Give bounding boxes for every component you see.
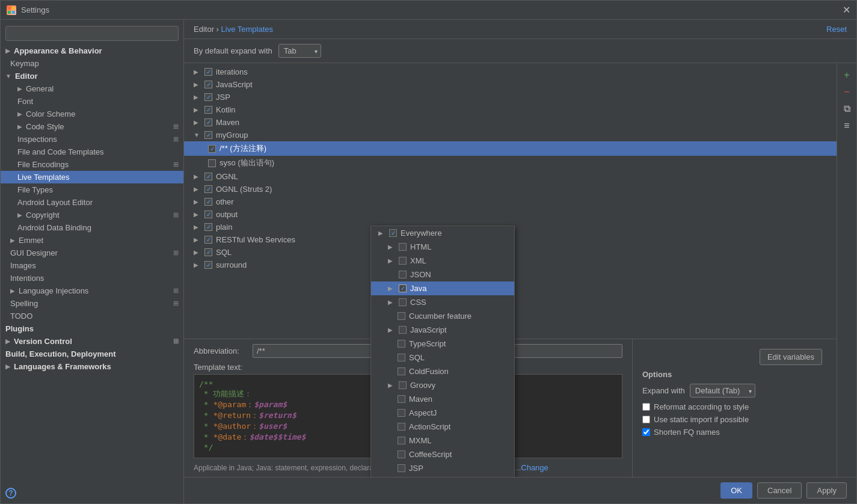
sidebar-item-todo[interactable]: TODO [1,310,183,322]
checkbox-aspectj[interactable] [398,409,405,417]
template-group-mygroup[interactable]: ▼ myGroup [184,129,837,141]
checkbox-json[interactable] [399,271,407,278]
checkbox-iterations[interactable] [204,68,212,76]
sidebar-item-keymap[interactable]: Keymap [1,57,183,70]
sidebar-item-gui-designer[interactable]: GUI Designer ⊞ [1,247,183,259]
template-item-method-comment[interactable]: /** (方法注释) [184,141,837,156]
remove-button[interactable]: − [840,85,854,99]
checkbox-surround[interactable] [204,261,212,269]
checkbox-syso[interactable] [208,159,216,167]
checkbox-other[interactable] [204,198,212,206]
checkbox-actionscript[interactable] [398,423,405,431]
sidebar-item-appearance[interactable]: ▶ Appearance & Behavior [1,45,183,57]
dropdown-item-jsp-dd[interactable]: JSP [371,461,514,475]
checkbox-maven-dd[interactable] [398,395,405,403]
sidebar-item-plugins[interactable]: Plugins [1,322,183,335]
checkbox-everywhere[interactable] [389,229,397,237]
sidebar-item-android-layout-editor[interactable]: Android Layout Editor [1,196,183,209]
dropdown-item-java[interactable]: ▶ Java [371,281,514,295]
dropdown-item-everywhere[interactable]: ▶ Everywhere [371,226,514,240]
checkbox-maven[interactable] [204,118,212,126]
dropdown-item-maven-dd[interactable]: Maven [371,392,514,406]
checkbox-javascript-dd[interactable] [399,326,407,334]
move-button[interactable]: ≡ [840,118,854,133]
dropdown-item-sql-dd[interactable]: SQL [371,351,514,364]
checkbox-ognl[interactable] [204,173,212,180]
sidebar-item-images[interactable]: Images [1,259,183,272]
sidebar-item-version-control[interactable]: ▶ Version Control ⊞ [1,335,183,348]
sidebar-item-font[interactable]: Font [1,95,183,108]
checkbox-java[interactable] [399,284,407,292]
sidebar-item-android-data-binding[interactable]: Android Data Binding [1,221,183,234]
edit-variables-button[interactable]: Edit variables [760,349,822,365]
sidebar-item-file-code-templates[interactable]: File and Code Templates [1,146,183,158]
checkbox-sql[interactable] [204,248,212,256]
dropdown-item-coldfusion[interactable]: ColdFusion [371,364,514,378]
help-button[interactable]: ? [5,488,16,499]
template-group-ognl-struts2[interactable]: ▶ OGNL (Struts 2) [184,183,837,195]
checkbox-plain[interactable] [204,223,212,231]
checkbox-groovy[interactable] [399,381,407,389]
checkbox-restful[interactable] [204,236,212,244]
options-expand-select[interactable]: Default (Tab) Tab Enter Space [690,384,755,398]
dropdown-item-cucumber[interactable]: Cucumber feature [371,309,514,323]
checkbox-jsp[interactable] [204,93,212,101]
dropdown-item-css[interactable]: ▶ CSS [371,295,514,309]
sidebar-item-code-style[interactable]: ▶ Code Style ⊞ [1,120,183,133]
sidebar-item-file-encodings[interactable]: File Encodings ⊞ [1,158,183,171]
change-link[interactable]: Change [521,463,548,472]
dropdown-item-mxml[interactable]: MXML [371,434,514,447]
sidebar-item-spelling[interactable]: Spelling ⊞ [1,297,183,310]
checkbox-jsp-dd[interactable] [398,464,405,472]
dropdown-item-ognl-dd[interactable]: OGNL [371,475,514,477]
checkbox-ognl-struts2[interactable] [204,185,212,193]
checkbox-kotlin[interactable] [204,106,212,114]
sidebar-item-color-scheme[interactable]: ▶ Color Scheme [1,108,183,120]
template-group-ognl[interactable]: ▶ OGNL [184,170,837,183]
checkbox-sql-dd[interactable] [398,354,405,361]
dropdown-item-aspectj[interactable]: AspectJ [371,406,514,420]
sidebar-item-inspections[interactable]: Inspections ⊞ [1,133,183,146]
reset-button[interactable]: Reset [826,25,847,34]
sidebar-item-editor[interactable]: ▼ Editor [1,70,183,82]
checkbox-coffeescript[interactable] [398,450,405,458]
template-group-kotlin[interactable]: ▶ Kotlin [184,103,837,116]
template-group-maven[interactable]: ▶ Maven [184,116,837,129]
checkbox-coldfusion[interactable] [398,367,405,375]
dropdown-item-json[interactable]: JSON [371,268,514,281]
dropdown-item-html[interactable]: ▶ HTML [371,240,514,254]
checkbox-cucumber[interactable] [398,312,405,320]
dropdown-item-xml[interactable]: ▶ XML [371,254,514,268]
template-group-output[interactable]: ▶ output [184,208,837,221]
sidebar-item-live-templates[interactable]: Live Templates [1,171,183,183]
expand-select[interactable]: Tab Enter Space [278,44,321,58]
apply-button[interactable]: Apply [806,482,847,499]
cancel-button[interactable]: Cancel [757,482,802,499]
template-group-iterations[interactable]: ▶ iterations [184,66,837,78]
checkbox-shorten-fq[interactable] [642,428,650,436]
checkbox-method-comment[interactable] [208,145,216,153]
sidebar-item-copyright[interactable]: ▶ Copyright ⊞ [1,209,183,221]
sidebar-item-file-types[interactable]: File Types [1,183,183,196]
template-group-javascript[interactable]: ▶ JavaScript [184,78,837,91]
template-item-syso[interactable]: syso (输出语句) [184,156,837,170]
sidebar-item-general[interactable]: ▶ General [1,82,183,95]
sidebar-item-intentions[interactable]: Intentions [1,272,183,284]
sidebar-item-languages-frameworks[interactable]: ▶ Languages & Frameworks [1,360,183,373]
add-button[interactable]: + [840,68,854,82]
template-group-other[interactable]: ▶ other [184,195,837,208]
close-button[interactable]: ✕ [843,4,850,16]
checkbox-reformat[interactable] [642,403,650,411]
dropdown-item-groovy[interactable]: ▶ Groovy [371,378,514,392]
checkbox-xml[interactable] [399,257,407,265]
dropdown-item-actionscript[interactable]: ActionScript [371,420,514,434]
sidebar-item-emmet[interactable]: ▶ Emmet [1,234,183,247]
checkbox-css[interactable] [399,298,407,306]
sidebar-item-language-injections[interactable]: ▶ Language Injections ⊞ [1,284,183,297]
search-input[interactable] [5,26,179,41]
checkbox-static-import[interactable] [642,416,650,423]
checkbox-mxml[interactable] [398,437,405,444]
checkbox-javascript[interactable] [204,81,212,88]
ok-button[interactable]: OK [720,482,752,499]
checkbox-mygroup[interactable] [204,131,212,139]
